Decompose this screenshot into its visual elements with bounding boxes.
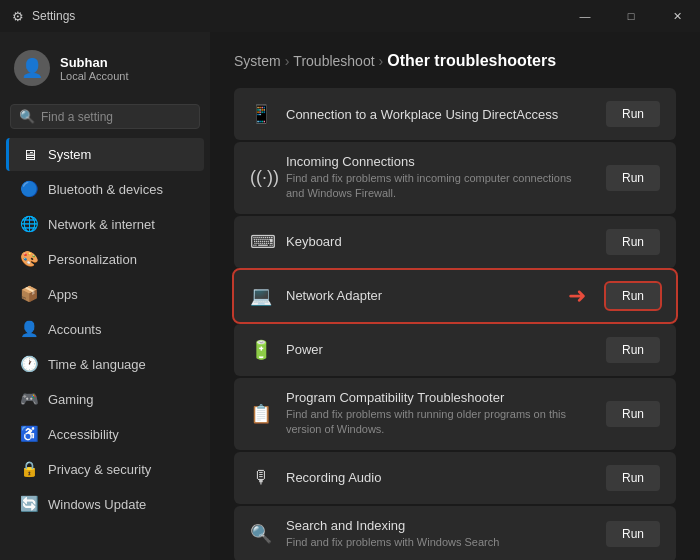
main-layout: 👤 Subhan Local Account 🔍 🖥 System🔵 Bluet… (0, 32, 700, 560)
sidebar-label-network: Network & internet (48, 217, 155, 232)
ts-title-power: Power (286, 342, 592, 357)
network-icon: 🌐 (20, 215, 38, 233)
breadcrumb: System › Troubleshoot › Other troublesho… (234, 52, 676, 70)
breadcrumb-link-0[interactable]: System (234, 53, 281, 69)
ts-title-search: Search and Indexing (286, 518, 592, 533)
sidebar-item-gaming[interactable]: 🎮 Gaming (6, 382, 204, 416)
bluetooth-icon: 🔵 (20, 180, 38, 198)
run-button-power[interactable]: Run (606, 337, 660, 363)
settings-icon: ⚙ (12, 9, 24, 24)
highlight-arrow: ➜ (568, 283, 586, 309)
titlebar-controls: — □ ✕ (562, 0, 700, 32)
search-input[interactable] (41, 110, 191, 124)
sidebar-label-time: Time & language (48, 357, 146, 372)
sidebar-item-apps[interactable]: 📦 Apps (6, 277, 204, 311)
user-role: Local Account (60, 70, 129, 82)
ts-desc-search: Find and fix problems with Windows Searc… (286, 535, 592, 550)
content-area: System › Troubleshoot › Other troublesho… (210, 32, 700, 560)
titlebar-left: ⚙ Settings (12, 9, 75, 24)
close-button[interactable]: ✕ (654, 0, 700, 32)
sidebar-item-privacy[interactable]: 🔒 Privacy & security (6, 452, 204, 486)
minimize-button[interactable]: — (562, 0, 608, 32)
ts-info-audio: Recording Audio (286, 470, 592, 485)
ts-icon-search: 🔍 (250, 523, 272, 545)
ts-item-search: 🔍 Search and Indexing Find and fix probl… (234, 506, 676, 560)
sidebar-item-accessibility[interactable]: ♿ Accessibility (6, 417, 204, 451)
breadcrumb-sep-1: › (379, 53, 384, 69)
nav-list: 🖥 System🔵 Bluetooth & devices🌐 Network &… (0, 137, 210, 560)
user-name: Subhan (60, 55, 129, 70)
run-button-audio[interactable]: Run (606, 465, 660, 491)
user-info: Subhan Local Account (60, 55, 129, 82)
apps-icon: 📦 (20, 285, 38, 303)
ts-icon-compatibility: 📋 (250, 403, 272, 425)
sidebar-item-accounts[interactable]: 👤 Accounts (6, 312, 204, 346)
personalization-icon: 🎨 (20, 250, 38, 268)
ts-item-keyboard: ⌨ Keyboard Run (234, 216, 676, 268)
ts-item-power: 🔋 Power Run (234, 324, 676, 376)
privacy-icon: 🔒 (20, 460, 38, 478)
ts-title-keyboard: Keyboard (286, 234, 592, 249)
sidebar: 👤 Subhan Local Account 🔍 🖥 System🔵 Bluet… (0, 32, 210, 560)
ts-item-incoming: ((·)) Incoming Connections Find and fix … (234, 142, 676, 214)
breadcrumb-link-1[interactable]: Troubleshoot (293, 53, 374, 69)
search-icon: 🔍 (19, 109, 35, 124)
ts-title-compatibility: Program Compatibility Troubleshooter (286, 390, 592, 405)
ts-info-incoming: Incoming Connections Find and fix proble… (286, 154, 592, 202)
sidebar-item-personalization[interactable]: 🎨 Personalization (6, 242, 204, 276)
sidebar-label-gaming: Gaming (48, 392, 94, 407)
time-icon: 🕐 (20, 355, 38, 373)
ts-title-audio: Recording Audio (286, 470, 592, 485)
system-icon: 🖥 (20, 146, 38, 163)
ts-info-compatibility: Program Compatibility Troubleshooter Fin… (286, 390, 592, 438)
ts-title-incoming: Incoming Connections (286, 154, 592, 169)
sidebar-label-accessibility: Accessibility (48, 427, 119, 442)
ts-info-search: Search and Indexing Find and fix problem… (286, 518, 592, 550)
ts-icon-power: 🔋 (250, 339, 272, 361)
maximize-button[interactable]: □ (608, 0, 654, 32)
run-button-keyboard[interactable]: Run (606, 229, 660, 255)
sidebar-item-time[interactable]: 🕐 Time & language (6, 347, 204, 381)
sidebar-label-privacy: Privacy & security (48, 462, 151, 477)
titlebar: ⚙ Settings — □ ✕ (0, 0, 700, 32)
run-button-search[interactable]: Run (606, 521, 660, 547)
sidebar-item-system[interactable]: 🖥 System (6, 138, 204, 171)
sidebar-label-accounts: Accounts (48, 322, 101, 337)
run-button-network-adapter[interactable]: Run (606, 283, 660, 309)
run-button-compatibility[interactable]: Run (606, 401, 660, 427)
ts-title-network-adapter: Network Adapter (286, 288, 554, 303)
sidebar-label-system: System (48, 147, 91, 162)
ts-item-network-adapter: 💻 Network Adapter ➜ Run (234, 270, 676, 322)
ts-icon-directaccess: 📱 (250, 103, 272, 125)
ts-item-directaccess: 📱 Connection to a Workplace Using Direct… (234, 88, 676, 140)
ts-info-directaccess: Connection to a Workplace Using DirectAc… (286, 107, 592, 122)
titlebar-title: Settings (32, 9, 75, 23)
breadcrumb-current: Other troubleshooters (387, 52, 556, 70)
sidebar-item-bluetooth[interactable]: 🔵 Bluetooth & devices (6, 172, 204, 206)
breadcrumb-sep-0: › (285, 53, 290, 69)
ts-desc-incoming: Find and fix problems with incoming comp… (286, 171, 592, 202)
user-profile: 👤 Subhan Local Account (0, 40, 210, 96)
sidebar-label-update: Windows Update (48, 497, 146, 512)
ts-item-audio: 🎙 Recording Audio Run (234, 452, 676, 504)
sidebar-label-apps: Apps (48, 287, 78, 302)
sidebar-label-personalization: Personalization (48, 252, 137, 267)
accounts-icon: 👤 (20, 320, 38, 338)
update-icon: 🔄 (20, 495, 38, 513)
ts-info-keyboard: Keyboard (286, 234, 592, 249)
run-button-incoming[interactable]: Run (606, 165, 660, 191)
ts-title-directaccess: Connection to a Workplace Using DirectAc… (286, 107, 592, 122)
ts-info-power: Power (286, 342, 592, 357)
ts-icon-network-adapter: 💻 (250, 285, 272, 307)
ts-icon-audio: 🎙 (250, 467, 272, 488)
search-box[interactable]: 🔍 (10, 104, 200, 129)
ts-desc-compatibility: Find and fix problems with running older… (286, 407, 592, 438)
sidebar-label-bluetooth: Bluetooth & devices (48, 182, 163, 197)
sidebar-item-update[interactable]: 🔄 Windows Update (6, 487, 204, 521)
run-button-directaccess[interactable]: Run (606, 101, 660, 127)
ts-icon-keyboard: ⌨ (250, 231, 272, 253)
troubleshooter-list: 📱 Connection to a Workplace Using Direct… (234, 88, 676, 560)
avatar: 👤 (14, 50, 50, 86)
sidebar-item-network[interactable]: 🌐 Network & internet (6, 207, 204, 241)
ts-icon-incoming: ((·)) (250, 167, 272, 188)
